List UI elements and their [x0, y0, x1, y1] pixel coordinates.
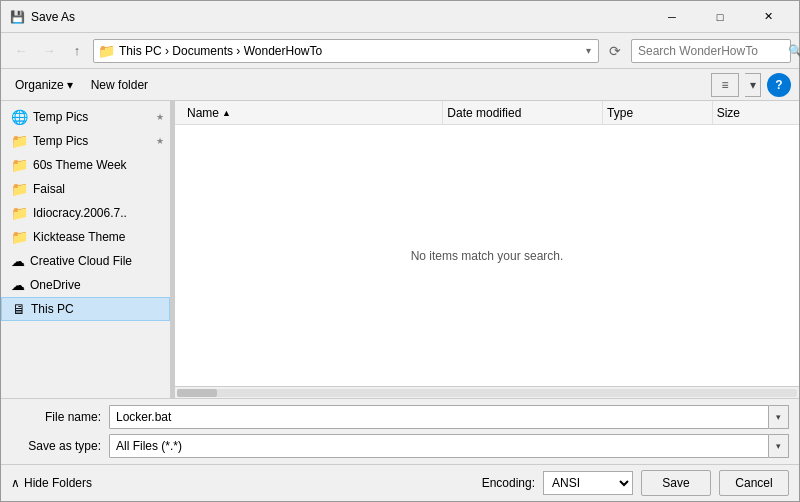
window-controls: ─ □ ✕ [649, 3, 791, 31]
sidebar-item-icon-2: 📁 [11, 157, 28, 173]
save-button[interactable]: Save [641, 470, 711, 496]
back-icon: ← [15, 43, 28, 58]
filename-row: File name: ▾ [11, 405, 789, 429]
sidebar-item-8[interactable]: 🖥This PC [1, 297, 170, 321]
sidebar-item-label-8: This PC [31, 302, 163, 316]
column-date-label: Date modified [447, 106, 521, 120]
sort-arrow: ▲ [222, 108, 231, 118]
bottom-bar: File name: ▾ Save as type: ▾ [1, 398, 799, 464]
close-button[interactable]: ✕ [745, 3, 791, 31]
forward-icon: → [43, 43, 56, 58]
hide-folders-button[interactable]: ∧ Hide Folders [11, 476, 92, 490]
sidebar-pin-icon-0: ★ [156, 112, 164, 122]
sidebar-item-icon-4: 📁 [11, 205, 28, 221]
savetype-input-group: ▾ [109, 434, 789, 458]
column-name-label: Name [187, 106, 219, 120]
refresh-icon: ⟳ [609, 43, 621, 59]
savetype-row: Save as type: ▾ [11, 434, 789, 458]
organize-arrow: ▾ [67, 78, 73, 92]
sidebar-item-label-3: Faisal [33, 182, 164, 196]
column-type-label: Type [607, 106, 633, 120]
new-folder-button[interactable]: New folder [85, 76, 154, 94]
dialog-icon: 💾 [9, 9, 25, 25]
main-area: 🌐Temp Pics★📁Temp Pics★📁60s Theme Week📁Fa… [1, 101, 799, 398]
sidebar-pin-icon-1: ★ [156, 136, 164, 146]
sidebar-item-4[interactable]: 📁Idiocracy.2006.7.. [1, 201, 170, 225]
up-button[interactable]: ↑ [65, 39, 89, 63]
up-icon: ↑ [74, 43, 81, 58]
sidebar-item-7[interactable]: ☁OneDrive [1, 273, 170, 297]
address-path: This PC › Documents › WonderHowTo [119, 44, 583, 58]
sidebar-item-3[interactable]: 📁Faisal [1, 177, 170, 201]
view-button[interactable]: ≡ [711, 73, 739, 97]
hide-folders-icon: ∧ [11, 476, 20, 490]
sidebar-item-5[interactable]: 📁Kicktease Theme [1, 225, 170, 249]
horizontal-scrollbar[interactable] [175, 386, 799, 398]
sidebar-item-icon-7: ☁ [11, 277, 25, 293]
sidebar: 🌐Temp Pics★📁Temp Pics★📁60s Theme Week📁Fa… [1, 101, 171, 398]
organize-button[interactable]: Organize ▾ [9, 76, 79, 94]
hide-folders-label: Hide Folders [24, 476, 92, 490]
search-icon: 🔍 [788, 44, 800, 58]
sidebar-item-icon-1: 📁 [11, 133, 28, 149]
sidebar-item-label-7: OneDrive [30, 278, 164, 292]
file-list: Name ▲ Date modified Type Size No items … [175, 101, 799, 398]
refresh-button[interactable]: ⟳ [603, 39, 627, 63]
search-input[interactable] [638, 44, 788, 58]
savetype-dropdown-button[interactable]: ▾ [769, 434, 789, 458]
sidebar-item-label-4: Idiocracy.2006.7.. [33, 206, 164, 220]
view-arrow: ▾ [750, 78, 756, 92]
sidebar-item-1[interactable]: 📁Temp Pics★ [1, 129, 170, 153]
savetype-input[interactable] [109, 434, 769, 458]
help-icon: ? [775, 78, 782, 92]
filename-dropdown-button[interactable]: ▾ [769, 405, 789, 429]
sidebar-item-label-6: Creative Cloud File [30, 254, 164, 268]
organize-label: Organize [15, 78, 64, 92]
address-box: 📁 This PC › Documents › WonderHowTo ▾ [93, 39, 599, 63]
sidebar-item-label-0: Temp Pics [33, 110, 151, 124]
hscroll-thumb[interactable] [177, 389, 217, 397]
filename-input-group: ▾ [109, 405, 789, 429]
forward-button[interactable]: → [37, 39, 61, 63]
save-as-dialog: 💾 Save As ─ □ ✕ ← → ↑ 📁 This PC › Docume… [0, 0, 800, 502]
address-folder-icon: 📁 [98, 43, 115, 59]
view-icon: ≡ [721, 78, 728, 92]
dialog-title: Save As [31, 10, 649, 24]
sidebar-item-2[interactable]: 📁60s Theme Week [1, 153, 170, 177]
sidebar-item-label-5: Kicktease Theme [33, 230, 164, 244]
minimize-button[interactable]: ─ [649, 3, 695, 31]
column-size[interactable]: Size [713, 101, 791, 124]
toolbar: Organize ▾ New folder ≡ ▾ ? [1, 69, 799, 101]
sidebar-item-label-1: Temp Pics [33, 134, 151, 148]
sidebar-item-icon-8: 🖥 [12, 301, 26, 317]
column-name[interactable]: Name ▲ [183, 101, 443, 124]
hscroll-track [177, 389, 797, 397]
sidebar-item-icon-0: 🌐 [11, 109, 28, 125]
search-box: 🔍 [631, 39, 791, 63]
title-bar: 💾 Save As ─ □ ✕ [1, 1, 799, 33]
view-dropdown-button[interactable]: ▾ [745, 73, 761, 97]
sidebar-item-label-2: 60s Theme Week [33, 158, 164, 172]
sidebar-item-0[interactable]: 🌐Temp Pics★ [1, 105, 170, 129]
action-bar: ∧ Hide Folders Encoding: ANSIUTF-8UTF-16… [1, 464, 799, 501]
back-button[interactable]: ← [9, 39, 33, 63]
cancel-button[interactable]: Cancel [719, 470, 789, 496]
encoding-select[interactable]: ANSIUTF-8UTF-16Unicode [543, 471, 633, 495]
filename-input[interactable] [109, 405, 769, 429]
help-button[interactable]: ? [767, 73, 791, 97]
action-right: Encoding: ANSIUTF-8UTF-16Unicode Save Ca… [482, 470, 789, 496]
filename-label: File name: [11, 410, 101, 424]
column-size-label: Size [717, 106, 740, 120]
sidebar-item-icon-3: 📁 [11, 181, 28, 197]
column-type[interactable]: Type [603, 101, 713, 124]
encoding-label: Encoding: [482, 476, 535, 490]
maximize-button[interactable]: □ [697, 3, 743, 31]
column-date[interactable]: Date modified [443, 101, 603, 124]
sidebar-item-6[interactable]: ☁Creative Cloud File [1, 249, 170, 273]
new-folder-label: New folder [91, 78, 148, 92]
sidebar-item-icon-5: 📁 [11, 229, 28, 245]
file-list-header: Name ▲ Date modified Type Size [175, 101, 799, 125]
file-list-empty-message: No items match your search. [175, 125, 799, 386]
savetype-label: Save as type: [11, 439, 101, 453]
address-dropdown-button[interactable]: ▾ [583, 45, 594, 56]
